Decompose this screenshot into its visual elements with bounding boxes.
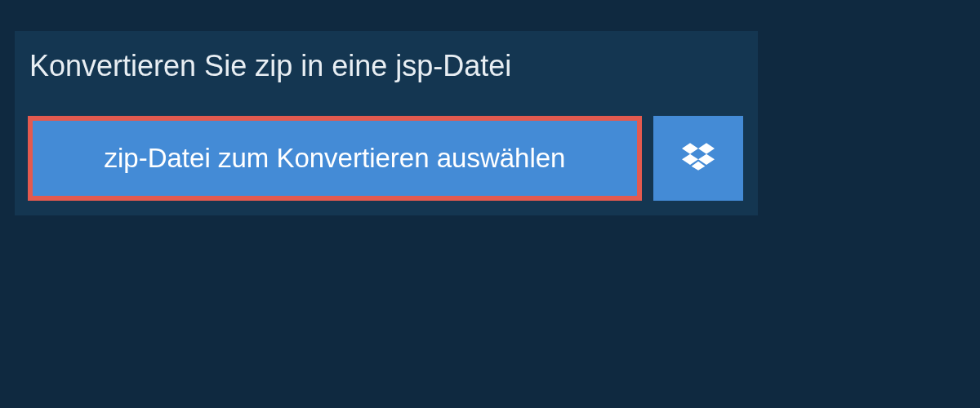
select-file-label: zip-Datei zum Konvertieren auswählen: [105, 143, 566, 174]
page-title: Konvertieren Sie zip in eine jsp-Datei: [15, 31, 603, 101]
dropbox-icon: [682, 140, 715, 176]
select-file-button[interactable]: zip-Datei zum Konvertieren auswählen: [28, 116, 642, 201]
converter-panel: Konvertieren Sie zip in eine jsp-Datei z…: [15, 31, 758, 215]
button-row: zip-Datei zum Konvertieren auswählen: [15, 101, 758, 215]
dropbox-button[interactable]: [653, 116, 743, 201]
